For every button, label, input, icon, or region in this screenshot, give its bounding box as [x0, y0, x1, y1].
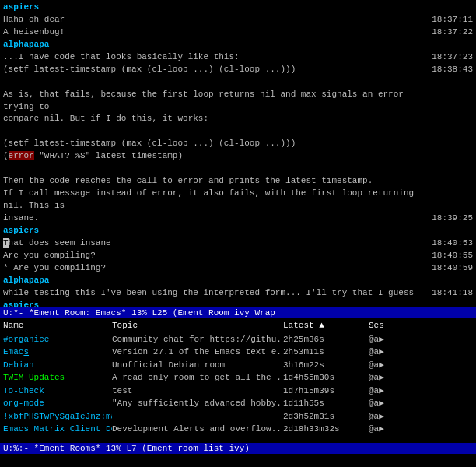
- room-session: @a▶: [369, 333, 415, 346]
- room-name-updates[interactable]: TWIM Updates: [3, 371, 112, 384]
- room-session: @a▶: [369, 384, 415, 398]
- room-latest: 3h16m22s: [283, 359, 369, 372]
- chat-line: Haha oh dear 18:37:11: [3, 14, 473, 26]
- room-row[interactable]: !xbfPHSTwPySgaIeJnz:ma... 2d3h52m31s @a▶: [0, 410, 476, 423]
- header-session: Ses: [369, 319, 415, 332]
- chat-line: ...I have code that looks basically like…: [3, 51, 473, 64]
- room-row[interactable]: Debian Unofficial Debian room 3h16m22s @…: [0, 359, 476, 372]
- chat-line: A heisenbug! 18:37:22: [3, 26, 473, 39]
- room-topic: test: [112, 384, 283, 398]
- room-name[interactable]: To-Check: [3, 384, 112, 398]
- room-session: @a▶: [369, 371, 415, 384]
- chat-line: compare nil. But if I do this, it works:: [3, 113, 473, 125]
- room-row[interactable]: org-mode "Any sufficiently advanced hobb…: [0, 397, 476, 410]
- room-session: @a▶: [369, 397, 415, 410]
- chat-line: That does seem insane 18:40:53: [3, 237, 473, 250]
- chat-line: [3, 76, 473, 89]
- room-list-header: Name Topic Latest ▲ Ses: [0, 318, 476, 333]
- chat-line: (setf latest-timestamp (max (cl-loop ...…: [3, 138, 473, 150]
- room-row[interactable]: Emacs Matrix Client Dev... Development A…: [0, 423, 476, 436]
- room-topic: A read only room to get all the ...: [112, 371, 283, 384]
- chat-mode-line: U:*- *Ement Room: Emacs* 13% L25 (Ement …: [0, 307, 476, 318]
- room-session: @a▶: [369, 359, 415, 372]
- chat-area: aspiers Haha oh dear 18:37:11 A heisenbu…: [0, 0, 476, 307]
- room-session: @a▶: [369, 346, 415, 359]
- room-row[interactable]: TWIM Updates A read only room to get all…: [0, 371, 476, 384]
- chat-line: alphapapa: [3, 39, 473, 51]
- chat-line: aspiers: [3, 2, 473, 14]
- room-name[interactable]: #organice: [3, 333, 112, 346]
- room-latest: 2h25m36s: [283, 333, 369, 346]
- chat-line: (setf latest-timestamp (max (cl-loop ...…: [3, 64, 473, 76]
- chat-line: insane. 18:39:25: [3, 212, 473, 225]
- chat-line: Then the code reaches the call to error …: [3, 175, 473, 188]
- room-topic: Development Alerts and overflow...: [112, 423, 283, 436]
- header-name: Name: [3, 319, 112, 332]
- username: aspiers: [3, 300, 39, 308]
- chat-line: [3, 125, 473, 138]
- room-name[interactable]: Emacs Matrix Client Dev...: [3, 423, 112, 436]
- username: aspiers: [3, 2, 39, 12]
- chat-line: * Are you compiling? 18:40:59: [3, 262, 473, 275]
- room-session: @a▶: [369, 410, 415, 423]
- username: alphapapa: [3, 40, 49, 49]
- room-row[interactable]: To-Check test 1d7h15m39s @a▶: [0, 384, 476, 398]
- chat-line: As is, that fails, because the first loo…: [3, 89, 473, 114]
- rooms-mode-line: U:%:- *Ement Rooms* 13% L7 (Ement room l…: [0, 443, 476, 454]
- header-extra: [415, 319, 454, 332]
- error-highlight: error: [9, 151, 34, 160]
- room-topic: Community chat for https://githu...: [112, 333, 283, 346]
- block-cursor: T: [3, 238, 9, 248]
- username: aspiers: [3, 226, 39, 235]
- room-latest: 1d11h55s: [283, 397, 369, 410]
- chat-line: [3, 163, 473, 175]
- room-row[interactable]: Emacs Version 27.1 of the Emacs text e..…: [0, 346, 476, 359]
- chat-line: aspiers: [3, 225, 473, 237]
- header-latest: Latest ▲: [283, 319, 369, 332]
- room-name[interactable]: Debian: [3, 359, 112, 372]
- room-session: @a▶: [369, 423, 415, 436]
- room-name[interactable]: !xbfPHSTwPySgaIeJnz:ma...: [3, 410, 112, 423]
- chat-line: alphapapa: [3, 275, 473, 287]
- chat-line: aspiers: [3, 300, 473, 308]
- username: alphapapa: [3, 276, 49, 285]
- chat-line: If I call message instead of error, it a…: [3, 188, 473, 212]
- room-latest: 1d4h55m30s: [283, 371, 369, 384]
- room-topic: [112, 410, 283, 423]
- chat-line: (error "WHAT? %S" latest-timestamp): [3, 150, 473, 163]
- room-topic: Unofficial Debian room: [112, 359, 283, 372]
- chat-line: while testing this I've been using the i…: [3, 287, 473, 300]
- room-topic: "Any sufficiently advanced hobby...: [112, 397, 283, 410]
- room-name[interactable]: org-mode: [3, 397, 112, 410]
- room-latest: 2h53m11s: [283, 346, 369, 359]
- room-list: Name Topic Latest ▲ Ses #organice Commun…: [0, 318, 476, 443]
- room-row[interactable]: #organice Community chat for https://git…: [0, 333, 476, 346]
- room-latest: 2d18h33m32s: [283, 423, 369, 436]
- room-name[interactable]: Emacs: [3, 346, 112, 359]
- room-topic: Version 27.1 of the Emacs text e...: [112, 346, 283, 359]
- room-latest: 1d7h15m39s: [283, 384, 369, 398]
- chat-line: Are you compiling? 18:40:55: [3, 250, 473, 262]
- room-latest: 2d3h52m31s: [283, 410, 369, 423]
- header-topic: Topic: [112, 319, 283, 332]
